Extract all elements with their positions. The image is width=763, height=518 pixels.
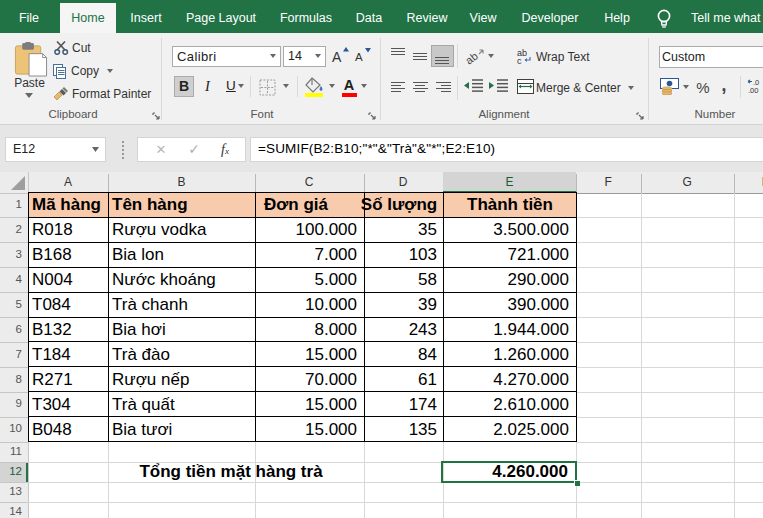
svg-text:ab: ab	[465, 50, 480, 66]
svg-text:c: c	[517, 56, 522, 65]
svg-text:.00: .00	[748, 86, 758, 95]
